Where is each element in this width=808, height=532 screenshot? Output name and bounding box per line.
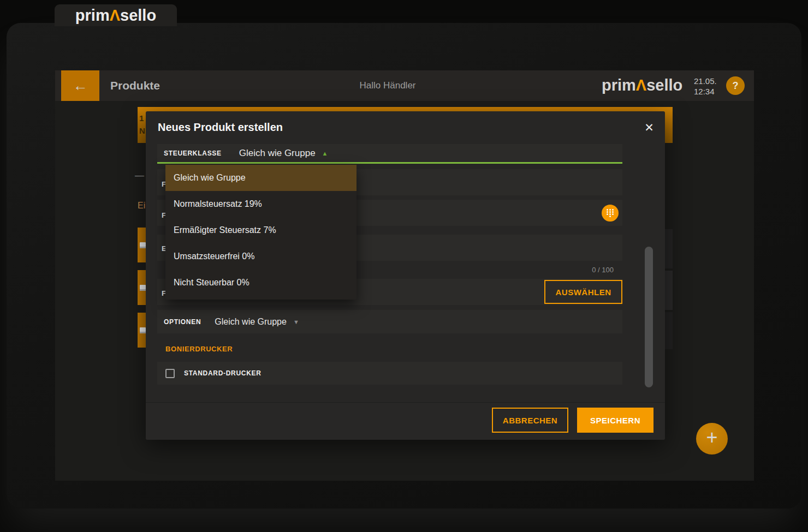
time-text: 12:34	[694, 86, 717, 97]
dropdown-item[interactable]: Normalsteuersatz 19%	[165, 191, 357, 217]
save-button[interactable]: SPEICHERN	[577, 408, 653, 433]
modal-scrollbar[interactable]	[645, 247, 653, 387]
close-icon: ✕	[644, 121, 654, 134]
logo-a-triangle: Λ	[110, 7, 120, 24]
text-fragment: Ei	[138, 201, 145, 211]
date-text: 21.05.	[694, 76, 717, 86]
standard-drucker-checkbox[interactable]	[165, 369, 175, 378]
keypad-icon	[607, 209, 614, 217]
auswaehlen-button[interactable]: AUSWÄHLEN	[544, 280, 622, 304]
close-button[interactable]: ✕	[640, 119, 658, 136]
steuerklasse-value: Gleich wie Gruppe	[239, 148, 316, 159]
datetime: 21.05. 12:34	[694, 76, 717, 97]
browser-tab[interactable]: primΛsello	[55, 4, 177, 26]
standard-drucker-row: STANDARD-DRUCKER	[157, 362, 622, 385]
primasello-logo: primΛsello	[602, 70, 682, 101]
back-arrow-icon: ←	[73, 77, 88, 94]
package-icon	[140, 327, 146, 333]
greeting-text: Hallo Händler	[306, 70, 470, 101]
bonierdrucker-heading: BONIERDRUCKER	[165, 345, 233, 353]
dialog-title: Neues Produkt erstellen	[158, 121, 283, 134]
primasello-logo: primΛsello	[75, 7, 156, 25]
package-icon	[140, 242, 146, 248]
text-fragment: —	[135, 170, 144, 181]
dropdown-item[interactable]: Umsatzsteuerfrei 0%	[165, 243, 357, 270]
steuerklasse-select[interactable]: STEUERKLASSE Gleich wie Gruppe ▲	[157, 144, 622, 164]
page-title: Produkte	[110, 70, 160, 101]
optionen-label: OPTIONEN	[164, 318, 201, 326]
steuerklasse-dropdown: Gleich wie Gruppe Normalsteuersatz 19% E…	[165, 165, 357, 300]
steuerklasse-label: STEUERKLASSE	[164, 150, 222, 157]
list-row-edge	[665, 271, 673, 310]
list-row-edge	[665, 229, 673, 268]
chevron-up-icon: ▲	[322, 150, 328, 157]
dropdown-item[interactable]: Gleich wie Gruppe	[165, 165, 357, 191]
plus-icon: +	[706, 426, 717, 449]
package-icon	[140, 285, 146, 291]
logo-a-triangle: Λ	[636, 76, 646, 94]
new-product-dialog: Neues Produkt erstellen ✕ STEUERKLASSE G…	[146, 111, 665, 440]
optionen-value: Gleich wie Gruppe	[215, 317, 287, 327]
screen: primΛsello ← Produkte Hallo Händler prim…	[0, 0, 808, 532]
dialog-footer: ABBRECHEN SPEICHERN	[146, 402, 665, 440]
cancel-button[interactable]: ABBRECHEN	[492, 408, 568, 433]
help-button[interactable]: ?	[726, 76, 745, 95]
optionen-select[interactable]: OPTIONEN Gleich wie Gruppe ▼	[157, 310, 622, 333]
keypad-button[interactable]	[602, 205, 619, 222]
add-button[interactable]: +	[696, 423, 728, 455]
list-row-edge	[665, 312, 673, 349]
dropdown-item[interactable]: Nicht Steuerbar 0%	[165, 270, 357, 296]
dropdown-item[interactable]: Ermäßigter Steuersatz 7%	[165, 217, 357, 243]
back-button[interactable]: ←	[61, 70, 99, 101]
chevron-down-icon: ▼	[293, 319, 299, 325]
standard-drucker-label: STANDARD-DRUCKER	[184, 369, 262, 377]
question-icon: ?	[733, 80, 739, 92]
